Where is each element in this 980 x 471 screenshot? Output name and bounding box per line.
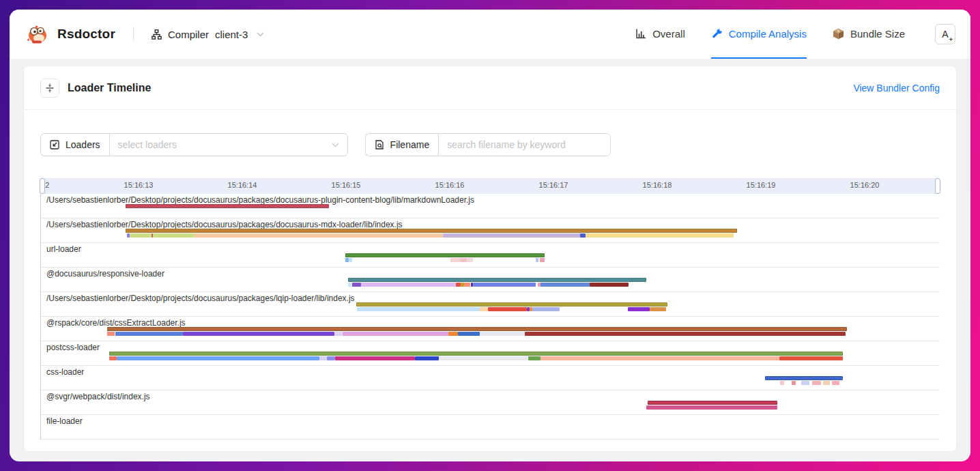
loader-duration-bar[interactable]: [765, 376, 843, 380]
loader-duration-bar[interactable]: [458, 332, 480, 336]
timeline-row: postcss-loader: [41, 341, 940, 366]
loader-duration-bar[interactable]: [349, 258, 352, 262]
loader-duration-bar[interactable]: [352, 283, 362, 287]
loader-duration-bar[interactable]: [335, 356, 415, 360]
loader-duration-bar[interactable]: [541, 356, 779, 360]
compiler-value: client-3: [215, 29, 248, 40]
loader-duration-bar[interactable]: [319, 356, 327, 360]
loaders-select[interactable]: select loaders: [109, 133, 348, 156]
loader-duration-bar[interactable]: [650, 307, 666, 311]
loader-duration-bar[interactable]: [343, 332, 448, 336]
timeline-row-label: /Users/sebastienlorber/Desktop/projects/…: [46, 294, 355, 303]
loader-duration-bar[interactable]: [801, 381, 809, 385]
loader-duration-bar[interactable]: [109, 356, 117, 360]
loader-duration-bar[interactable]: [832, 381, 839, 385]
loader-duration-bar[interactable]: [107, 327, 847, 331]
filename-input[interactable]: search filename by keyword: [438, 133, 611, 156]
loader-duration-bar[interactable]: [540, 258, 545, 262]
loader-duration-bar[interactable]: [792, 381, 796, 385]
loader-duration-bar[interactable]: [194, 233, 444, 238]
loader-duration-bar[interactable]: [590, 283, 629, 287]
loaders-placeholder: select loaders: [118, 139, 177, 150]
loader-duration-bar[interactable]: [541, 283, 589, 287]
loader-duration-bar[interactable]: [183, 332, 334, 336]
loaders-label: Loaders: [66, 139, 100, 150]
loader-duration-bar[interactable]: [115, 332, 183, 336]
loader-duration-bar[interactable]: [450, 258, 460, 262]
loader-duration-bar[interactable]: [467, 258, 473, 262]
loader-duration-bar[interactable]: [415, 356, 439, 360]
header-divider: [133, 27, 134, 42]
loader-duration-bar[interactable]: [780, 381, 784, 385]
top-header: Rsdoctor Compiler client-3: [10, 10, 970, 59]
timeline-brush-handle-right[interactable]: [935, 178, 940, 194]
compiler-selector[interactable]: Compiler client-3: [152, 29, 264, 40]
axis-tick-label: 15:16:18: [643, 181, 672, 189]
select-icon: [50, 140, 59, 149]
axis-tick-label: 15:16:16: [435, 181, 465, 189]
nav-compile-analysis-label: Compile Analysis: [729, 28, 807, 40]
view-bundler-config-link[interactable]: View Bundler Config: [853, 83, 940, 94]
loader-duration-bar[interactable]: [823, 381, 831, 385]
loader-duration-bar[interactable]: [348, 283, 352, 287]
axis-tick-label: 15:16:17: [539, 181, 568, 189]
filename-label: Filename: [390, 139, 430, 150]
loader-duration-bar[interactable]: [628, 307, 650, 311]
loader-duration-bar[interactable]: [356, 302, 667, 306]
loader-duration-bar[interactable]: [646, 405, 777, 410]
nav-bundle-size[interactable]: Bundle Size: [833, 10, 905, 59]
lang-plus: +: [949, 36, 953, 43]
axis-tick-label: 15:16:19: [747, 181, 776, 189]
loader-duration-bar[interactable]: [443, 233, 580, 238]
timeline-row-label: postcss-loader: [46, 343, 100, 352]
loader-duration-bar[interactable]: [357, 307, 479, 311]
loader-duration-bar[interactable]: [586, 233, 734, 238]
loader-duration-bar[interactable]: [361, 283, 455, 287]
timeline-row: /Users/sebastienlorber/Desktop/projects/…: [41, 218, 940, 243]
loader-duration-bar[interactable]: [532, 307, 560, 311]
timeline-row: @rspack/core/dist/cssExtractLoader.js: [41, 317, 940, 341]
loaders-addon: Loaders: [40, 133, 109, 156]
card-header: Loader Timeline View Bundler Config: [24, 66, 956, 110]
loader-duration-bar[interactable]: [488, 307, 528, 311]
brand-title: Rsdoctor: [57, 27, 115, 42]
loader-duration-bar[interactable]: [648, 401, 777, 405]
loader-duration-bar[interactable]: [812, 381, 820, 385]
loader-duration-bar[interactable]: [528, 356, 541, 360]
loader-duration-bar[interactable]: [348, 278, 647, 282]
language-toggle-icon[interactable]: A +: [935, 24, 955, 44]
loader-duration-bar[interactable]: [126, 204, 329, 208]
timeline-row-label: @docusaurus/responsive-loader: [46, 269, 164, 279]
loader-duration-bar[interactable]: [460, 258, 467, 262]
loader-duration-bar[interactable]: [464, 283, 470, 287]
loader-duration-bar[interactable]: [525, 332, 846, 336]
loader-duration-bar[interactable]: [109, 352, 843, 356]
loader-duration-bar[interactable]: [779, 356, 843, 360]
loader-duration-bar[interactable]: [153, 233, 194, 238]
loader-duration-bar[interactable]: [456, 283, 461, 287]
rsdoctor-logo-icon: [26, 23, 51, 45]
loader-duration-bar[interactable]: [126, 229, 736, 233]
loader-duration-bar[interactable]: [473, 283, 535, 287]
loader-duration-bar[interactable]: [107, 332, 115, 336]
loader-duration-bar[interactable]: [117, 356, 320, 360]
loader-duration-bar[interactable]: [327, 356, 335, 360]
loader-duration-bar[interactable]: [580, 233, 586, 238]
loader-duration-bar[interactable]: [334, 332, 343, 336]
timeline-brush-handle-left[interactable]: [40, 178, 45, 194]
loader-duration-bar[interactable]: [439, 356, 528, 360]
loader-duration-bar[interactable]: [130, 233, 152, 238]
loader-duration-bar[interactable]: [345, 253, 545, 257]
loader-duration-bar[interactable]: [480, 332, 525, 336]
nav-compile-analysis[interactable]: Compile Analysis: [711, 10, 807, 59]
loader-duration-bar[interactable]: [536, 258, 539, 262]
timeline-row-label: @rspack/core/dist/cssExtractLoader.js: [46, 318, 186, 328]
timeline-row: @svgr/webpack/dist/index.js: [41, 390, 940, 415]
file-search-icon: [375, 140, 384, 149]
loader-duration-bar[interactable]: [480, 307, 488, 311]
loader-duration-bar[interactable]: [448, 332, 458, 336]
timeline-axis: 15:16:1215:16:1315:16:1415:16:1515:16:16…: [40, 178, 940, 194]
collapse-rows-button[interactable]: [40, 78, 59, 98]
loader-timeline-chart: 15:16:1215:16:1315:16:1415:16:1515:16:16…: [40, 178, 940, 440]
nav-overall[interactable]: Overall: [635, 10, 685, 59]
